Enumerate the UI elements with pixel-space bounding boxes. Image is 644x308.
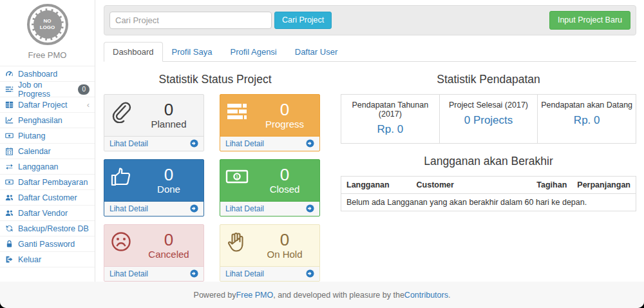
stat-pendapatan-tahunan: Pendapatan Tahunan (2017) Rp. 0 bbox=[341, 95, 440, 143]
lihat-detail-label: Lihat Detail bbox=[109, 204, 148, 213]
card-body: 0 Progress bbox=[220, 95, 319, 136]
card-count: 0 bbox=[280, 231, 289, 249]
card-stat: 0 Progress bbox=[255, 97, 314, 135]
col-tagihan: Tagihan bbox=[531, 176, 572, 193]
app-name: Free PMO bbox=[0, 50, 95, 60]
free-pmo-link[interactable]: Free PMO bbox=[236, 291, 274, 300]
money-icon bbox=[5, 131, 14, 140]
sidebar-item-label: Dashboard bbox=[18, 70, 57, 79]
sidebar-item-label: Backup/Restore DB bbox=[18, 224, 89, 233]
card-count: 0 bbox=[164, 231, 173, 249]
sidebar-item-penghasilan[interactable]: Penghasilan bbox=[0, 113, 95, 128]
stat-label: Pendapatan Tahunan (2017) bbox=[344, 101, 437, 119]
sidebar-item-calendar[interactable]: Calendar bbox=[0, 144, 95, 159]
frown-icon bbox=[109, 227, 139, 265]
card-count: 0 bbox=[164, 166, 173, 184]
sidebar-item-daftar-project[interactable]: Daftar Project ‹ bbox=[0, 97, 95, 113]
lihat-detail-link[interactable]: Lihat Detail bbox=[104, 201, 204, 216]
income-section-title: Statistik Pendapatan bbox=[341, 73, 636, 86]
search-input[interactable] bbox=[109, 12, 272, 29]
sidebar-item-label: Daftar Pembayaran bbox=[18, 178, 88, 187]
arrow-circle-right-icon bbox=[190, 204, 198, 213]
tasks-icon bbox=[225, 97, 255, 135]
card-body: 1 0 Closed bbox=[220, 160, 319, 201]
svg-text:1: 1 bbox=[236, 174, 239, 180]
sidebar-item-daftar-vendor[interactable]: Daftar Vendor bbox=[0, 206, 95, 221]
sidebar-item-label: Keluar bbox=[18, 255, 41, 264]
sidebar-item-dashboard[interactable]: Dashboard bbox=[0, 66, 95, 82]
repeat-icon bbox=[5, 162, 14, 171]
col-langganan: Langganan bbox=[341, 176, 412, 193]
sidebar-item-label: Langganan bbox=[18, 162, 59, 171]
dashboard-icon bbox=[5, 70, 14, 79]
lihat-detail-link[interactable]: Lihat Detail bbox=[220, 266, 319, 281]
stat-project-selesai: Project Selesai (2017) 0 Projects bbox=[440, 95, 538, 143]
tasks-icon bbox=[5, 85, 14, 94]
stat-value: 0 Projects bbox=[442, 114, 535, 127]
subscription-empty-message: Belum ada Langganan yang akan berakhir d… bbox=[341, 193, 636, 211]
subscription-header-row: Langganan Customer Tagihan Perpanjangan bbox=[341, 176, 636, 193]
sidebar-item-label: Daftar Vendor bbox=[18, 209, 68, 218]
tab-profil-agensi[interactable]: Profil Agensi bbox=[221, 42, 285, 62]
sidebar-item-daftar-pembayaran[interactable]: Daftar Pembayaran bbox=[0, 175, 95, 190]
status-card-done: 0 Done Lihat Detail bbox=[104, 159, 204, 217]
status-column: Statistik Status Project 0 Planned Lihat… bbox=[104, 62, 327, 282]
card-count: 0 bbox=[164, 101, 173, 119]
line-chart-icon bbox=[5, 116, 14, 125]
sidebar-item-label: Daftar Project bbox=[18, 101, 67, 110]
tab-profil-saya[interactable]: Profil Saya bbox=[163, 42, 222, 62]
lihat-detail-link[interactable]: Lihat Detail bbox=[104, 136, 204, 151]
lihat-detail-label: Lihat Detail bbox=[109, 269, 148, 278]
card-stat: 0 Planned bbox=[139, 97, 198, 135]
footer-text-middle: , and developed with pleasure by the bbox=[273, 291, 404, 300]
brand: NO LOGO Free PMO bbox=[0, 0, 95, 60]
job-count-badge: 0 bbox=[78, 84, 90, 95]
money-icon: 1 bbox=[225, 162, 255, 200]
card-body: 0 On Hold bbox=[220, 225, 319, 266]
sidebar-item-keluar[interactable]: Keluar bbox=[0, 252, 95, 267]
sidebar-item-piutang[interactable]: Piutang bbox=[0, 128, 95, 144]
lock-icon bbox=[5, 240, 14, 249]
status-card-planned: 0 Planned Lihat Detail bbox=[104, 94, 204, 151]
sidebar-item-daftar-customer[interactable]: Daftar Customer bbox=[0, 190, 95, 206]
card-label: Planned bbox=[151, 119, 186, 130]
app-window: NO LOGO Free PMO Dashboard Job on Progre… bbox=[0, 0, 644, 308]
search-button[interactable]: Cari Project bbox=[274, 12, 332, 29]
sidebar-item-label: Daftar Customer bbox=[18, 193, 77, 202]
no-logo-text: NO LOGO bbox=[32, 8, 64, 41]
lihat-detail-link[interactable]: Lihat Detail bbox=[220, 201, 319, 216]
sidebar-item-ganti-password[interactable]: Ganti Password bbox=[0, 236, 95, 252]
money-icon bbox=[5, 178, 14, 187]
sidebar-item-job-on-progress[interactable]: Job on Progress 0 bbox=[0, 82, 95, 97]
card-count: 0 bbox=[280, 101, 289, 119]
subscription-table: Langganan Customer Tagihan Perpanjangan … bbox=[341, 176, 636, 211]
sign-out-icon bbox=[5, 255, 14, 264]
stat-label: Project Selesai (2017) bbox=[442, 101, 535, 110]
hand-icon bbox=[225, 227, 255, 265]
sidebar-item-label: Calendar bbox=[18, 147, 51, 156]
users-icon bbox=[5, 209, 14, 218]
status-section-title: Statistik Status Project bbox=[104, 73, 327, 86]
sidebar-nav: Dashboard Job on Progress 0 Daftar Proje… bbox=[0, 66, 95, 267]
page-footer: Powered by Free PMO , and developed with… bbox=[0, 282, 644, 308]
contributors-link[interactable]: Contributors bbox=[404, 291, 448, 300]
sidebar-item-langganan[interactable]: Langganan bbox=[0, 159, 95, 175]
col-perpanjangan: Perpanjangan bbox=[572, 176, 636, 193]
tab-bar: Dashboard Profil Saya Profil Agensi Daft… bbox=[104, 42, 636, 62]
lihat-detail-label: Lihat Detail bbox=[225, 269, 264, 278]
status-card-closed: 1 0 Closed Lihat Detail bbox=[220, 159, 320, 217]
table-icon bbox=[5, 101, 14, 110]
new-project-button[interactable]: Input Project Baru bbox=[549, 11, 630, 30]
tab-daftar-user[interactable]: Daftar User bbox=[286, 42, 346, 62]
lihat-detail-link[interactable]: Lihat Detail bbox=[220, 136, 319, 151]
tab-dashboard[interactable]: Dashboard bbox=[104, 42, 163, 62]
main-area: Cari Project Input Project Baru Dashboar… bbox=[96, 0, 644, 282]
sidebar-item-backup-restore-db[interactable]: Backup/Restore DB bbox=[0, 221, 95, 236]
thumbs-up-icon bbox=[109, 162, 139, 200]
card-label: Closed bbox=[270, 184, 300, 195]
card-stat: 0 Closed bbox=[255, 162, 314, 200]
arrow-circle-right-icon bbox=[306, 139, 314, 148]
lihat-detail-link[interactable]: Lihat Detail bbox=[104, 266, 204, 281]
sidebar-item-label: Job on Progress bbox=[18, 81, 74, 99]
stat-value: Rp. 0 bbox=[540, 114, 633, 127]
